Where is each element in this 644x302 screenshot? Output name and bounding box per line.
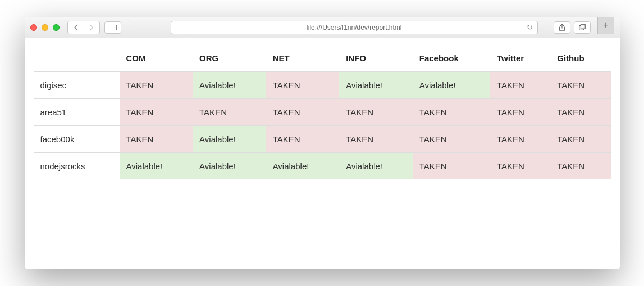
status-cell: Avialable!: [266, 153, 340, 180]
sidebar-icon: [109, 25, 117, 30]
status-cell: TAKEN: [266, 126, 340, 153]
header-name: [34, 45, 120, 72]
status-cell: TAKEN: [266, 72, 340, 99]
status-cell: TAKEN: [490, 72, 550, 99]
toolbar-right: [554, 21, 591, 34]
availability-table: COMORGNETINFOFacebookTwitterGithub digis…: [34, 45, 611, 179]
row-name: faceb00k: [34, 126, 120, 153]
refresh-icon[interactable]: ↻: [527, 23, 533, 31]
header-info: INFO: [339, 45, 413, 72]
status-cell: TAKEN: [266, 99, 340, 126]
back-button[interactable]: [68, 21, 84, 34]
minimize-icon[interactable]: [42, 24, 48, 31]
header-net: NET: [266, 45, 340, 72]
status-cell: TAKEN: [490, 153, 550, 180]
status-cell: TAKEN: [490, 99, 550, 126]
maximize-icon[interactable]: [53, 24, 60, 31]
header-org: ORG: [193, 45, 266, 72]
header-twitter: Twitter: [490, 45, 550, 72]
table-head: COMORGNETINFOFacebookTwitterGithub: [34, 45, 611, 72]
nav-buttons: [67, 21, 100, 34]
table-row: nodejsrocksAvialable!Avialable!Avialable…: [34, 153, 611, 180]
titlebar: file:///Users/f1nn/dev/report.html ↻ +: [25, 17, 620, 38]
row-name: digisec: [34, 72, 120, 99]
window-controls: [30, 24, 60, 31]
table-row: faceb00kTAKENAvialable!TAKENTAKENTAKENTA…: [34, 126, 611, 153]
table-row: digisecTAKENAvialable!TAKENAvialable!Avi…: [34, 72, 611, 99]
sidebar-toggle-button[interactable]: [104, 21, 121, 34]
forward-button[interactable]: [84, 21, 99, 34]
status-cell: Avialable!: [413, 72, 490, 99]
status-cell: TAKEN: [413, 153, 490, 180]
tabs-button[interactable]: [574, 21, 591, 34]
status-cell: TAKEN: [550, 72, 610, 99]
status-cell: Avialable!: [120, 153, 193, 180]
header-facebook: Facebook: [413, 45, 490, 72]
status-cell: TAKEN: [550, 126, 610, 153]
status-cell: TAKEN: [490, 126, 550, 153]
table-body: digisecTAKENAvialable!TAKENAvialable!Avi…: [34, 72, 611, 180]
status-cell: TAKEN: [413, 99, 490, 126]
svg-rect-1: [581, 24, 585, 29]
page-content: COMORGNETINFOFacebookTwitterGithub digis…: [25, 38, 620, 269]
address-url: file:///Users/f1nn/dev/report.html: [306, 24, 401, 31]
status-cell: TAKEN: [550, 153, 610, 180]
header-github: Github: [550, 45, 610, 72]
status-cell: TAKEN: [120, 99, 193, 126]
status-cell: Avialable!: [339, 72, 413, 99]
status-cell: Avialable!: [193, 72, 266, 99]
close-icon[interactable]: [30, 24, 37, 31]
new-tab-button[interactable]: +: [597, 17, 614, 34]
status-cell: TAKEN: [413, 126, 490, 153]
status-cell: TAKEN: [550, 99, 610, 126]
header-com: COM: [120, 45, 193, 72]
row-name: area51: [34, 99, 120, 126]
row-name: nodejsrocks: [34, 153, 120, 180]
table-row: area51TAKENTAKENTAKENTAKENTAKENTAKENTAKE…: [34, 99, 611, 126]
status-cell: TAKEN: [339, 99, 413, 126]
status-cell: Avialable!: [193, 126, 266, 153]
status-cell: TAKEN: [120, 126, 193, 153]
status-cell: Avialable!: [339, 153, 413, 180]
address-bar[interactable]: file:///Users/f1nn/dev/report.html ↻: [171, 21, 538, 34]
share-button[interactable]: [554, 21, 570, 34]
status-cell: TAKEN: [339, 126, 413, 153]
status-cell: TAKEN: [193, 99, 266, 126]
status-cell: TAKEN: [120, 72, 193, 99]
status-cell: Avialable!: [193, 153, 266, 180]
browser-window: file:///Users/f1nn/dev/report.html ↻ + C…: [25, 17, 620, 269]
